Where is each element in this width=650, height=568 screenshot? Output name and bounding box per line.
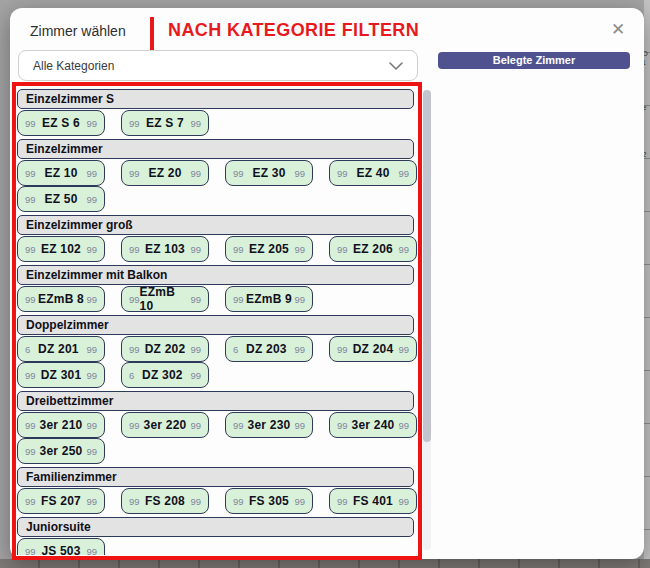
category-header: Doppelzimmer bbox=[17, 315, 414, 335]
room-button[interactable]: 99 EZ 103 99 bbox=[121, 236, 209, 262]
room-button[interactable]: 99 EZ 20 99 bbox=[121, 160, 209, 186]
room-button[interactable]: 99 EZ 10 99 bbox=[17, 160, 105, 186]
category-section: Doppelzimmer 6 DZ 201 99 99 DZ 202 99 6 … bbox=[17, 315, 419, 388]
room-capacity-left: 99 bbox=[129, 294, 140, 305]
room-label: DZ 204 bbox=[353, 342, 394, 356]
room-button[interactable]: 6 DZ 203 99 bbox=[225, 336, 313, 362]
room-button[interactable]: 99 EZ 40 99 bbox=[329, 160, 417, 186]
room-label: EZmB 9 bbox=[246, 292, 292, 306]
room-button[interactable]: 6 DZ 302 99 bbox=[121, 362, 209, 388]
room-button[interactable]: 99 EZ 205 99 bbox=[225, 236, 313, 262]
room-button[interactable]: 99 EZ 30 99 bbox=[225, 160, 313, 186]
category-section: Einzelzimmer groß 99 EZ 102 99 99 EZ 103… bbox=[17, 215, 419, 262]
room-button[interactable]: 99 DZ 301 99 bbox=[17, 362, 105, 388]
category-name: Einzelzimmer groß bbox=[26, 218, 133, 232]
room-capacity-right: 99 bbox=[190, 118, 201, 129]
room-capacity-right: 99 bbox=[86, 546, 97, 556]
room-capacity-left: 99 bbox=[129, 118, 140, 129]
room-label: 3er 240 bbox=[352, 418, 395, 432]
room-capacity-left: 99 bbox=[25, 244, 36, 255]
room-capacity-left: 99 bbox=[233, 496, 244, 507]
room-button[interactable]: 99 3er 250 99 bbox=[17, 438, 105, 464]
room-capacity-right: 99 bbox=[294, 344, 305, 355]
room-button[interactable]: 99 FS 208 99 bbox=[121, 488, 209, 514]
room-label: FS 207 bbox=[41, 494, 81, 508]
room-button[interactable]: 99 FS 305 99 bbox=[225, 488, 313, 514]
room-button[interactable]: 99 DZ 202 99 bbox=[121, 336, 209, 362]
room-capacity-left: 99 bbox=[25, 496, 36, 507]
category-name: Dreibettzimmer bbox=[26, 394, 113, 408]
category-name: Einzelzimmer mit Balkon bbox=[26, 268, 167, 282]
category-rooms: 99 EZ 10 99 99 EZ 20 99 99 EZ 30 99 99 E… bbox=[17, 160, 434, 212]
room-label: FS 305 bbox=[249, 494, 289, 508]
room-button[interactable]: 99 3er 220 99 bbox=[121, 412, 209, 438]
room-button[interactable]: 99 EZ 206 99 bbox=[329, 236, 417, 262]
room-button[interactable]: 99 JS 503 99 bbox=[17, 538, 105, 555]
category-header: Familienzimmer bbox=[17, 467, 414, 487]
background-table-bar bbox=[0, 559, 650, 568]
room-capacity-right: 99 bbox=[190, 344, 201, 355]
category-header: Einzelzimmer groß bbox=[17, 215, 414, 235]
category-rooms: 99 EZ 102 99 99 EZ 103 99 99 EZ 205 99 9… bbox=[17, 236, 434, 262]
room-button[interactable]: 99 EZmB 8 99 bbox=[17, 286, 105, 312]
room-button[interactable]: 99 3er 230 99 bbox=[225, 412, 313, 438]
room-button[interactable]: 99 EZmB 10 99 bbox=[121, 286, 209, 312]
room-capacity-right: 99 bbox=[86, 370, 97, 381]
room-capacity-left: 99 bbox=[337, 344, 348, 355]
room-label: DZ 202 bbox=[145, 342, 186, 356]
occupied-rooms-header: Belegte Zimmer bbox=[438, 52, 630, 69]
category-section: Juniorsuite 99 JS 503 99 bbox=[17, 517, 419, 555]
room-label: EZ 50 bbox=[44, 192, 77, 206]
room-label: EZmB 10 bbox=[140, 285, 191, 313]
room-button[interactable]: 99 3er 240 99 bbox=[329, 412, 417, 438]
category-name: Doppelzimmer bbox=[26, 318, 109, 332]
room-list-area: Einzelzimmer S 99 EZ S 6 99 99 EZ S 7 99… bbox=[14, 84, 434, 555]
room-button[interactable]: 99 3er 210 99 bbox=[17, 412, 105, 438]
room-capacity-left: 99 bbox=[337, 244, 348, 255]
room-button[interactable]: 99 EZ 50 99 bbox=[17, 186, 105, 212]
room-capacity-right: 99 bbox=[190, 294, 201, 305]
room-capacity-right: 99 bbox=[86, 420, 97, 431]
room-capacity-right: 99 bbox=[398, 344, 409, 355]
room-button[interactable]: 99 EZ 102 99 bbox=[17, 236, 105, 262]
category-header: Dreibettzimmer bbox=[17, 391, 414, 411]
room-capacity-left: 99 bbox=[129, 344, 140, 355]
occupied-rooms-panel: Belegte Zimmer bbox=[438, 52, 630, 77]
room-button[interactable]: 99 EZ S 7 99 bbox=[121, 110, 209, 136]
room-capacity-right: 99 bbox=[398, 168, 409, 179]
room-label: 3er 250 bbox=[40, 444, 83, 458]
room-capacity-left: 99 bbox=[233, 420, 244, 431]
category-name: Einzelzimmer bbox=[26, 142, 103, 156]
room-label: DZ 203 bbox=[246, 342, 287, 356]
annotation-label: NACH KATEGORIE FILTERN bbox=[168, 20, 419, 41]
room-label: 3er 230 bbox=[248, 418, 291, 432]
room-button[interactable]: 99 FS 401 99 bbox=[329, 488, 417, 514]
category-section: Dreibettzimmer 99 3er 210 99 99 3er 220 … bbox=[17, 391, 419, 464]
scrollbar-thumb[interactable] bbox=[423, 90, 431, 442]
category-header: Juniorsuite bbox=[17, 517, 414, 537]
room-label: 3er 220 bbox=[144, 418, 187, 432]
room-button[interactable]: 99 DZ 204 99 bbox=[329, 336, 417, 362]
category-section: Einzelzimmer 99 EZ 10 99 99 EZ 20 99 99 … bbox=[17, 139, 419, 212]
room-label: EZ 103 bbox=[145, 242, 185, 256]
room-capacity-right: 99 bbox=[86, 118, 97, 129]
room-label: EZ S 6 bbox=[42, 116, 80, 130]
category-section: Einzelzimmer mit Balkon 99 EZmB 8 99 99 … bbox=[17, 265, 419, 312]
room-capacity-right: 99 bbox=[294, 496, 305, 507]
category-rooms: 99 3er 210 99 99 3er 220 99 99 3er 230 9… bbox=[17, 412, 434, 464]
category-filter-value: Alle Kategorien bbox=[33, 59, 114, 73]
room-capacity-left: 99 bbox=[337, 168, 348, 179]
room-button[interactable]: 6 DZ 201 99 bbox=[17, 336, 105, 362]
close-icon[interactable]: ✕ bbox=[606, 18, 630, 42]
room-capacity-left: 99 bbox=[25, 446, 36, 457]
room-capacity-right: 99 bbox=[398, 496, 409, 507]
room-button[interactable]: 99 FS 207 99 bbox=[17, 488, 105, 514]
room-capacity-right: 99 bbox=[86, 294, 97, 305]
room-label: EZ 206 bbox=[353, 242, 393, 256]
room-label: EZ 10 bbox=[44, 166, 77, 180]
room-label: EZ 102 bbox=[41, 242, 81, 256]
room-capacity-left: 99 bbox=[233, 294, 244, 305]
room-button[interactable]: 99 EZmB 9 99 bbox=[225, 286, 313, 312]
room-button[interactable]: 99 EZ S 6 99 bbox=[17, 110, 105, 136]
category-filter-select[interactable]: Alle Kategorien bbox=[18, 50, 418, 81]
